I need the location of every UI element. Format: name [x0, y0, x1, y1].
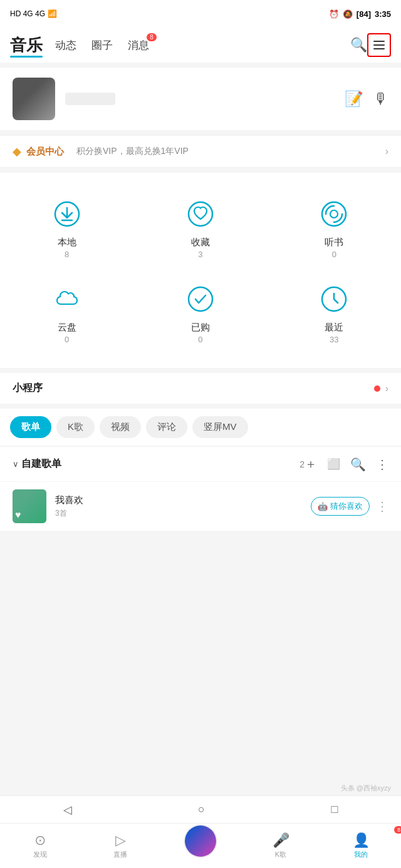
mine-icon: 👤: [353, 832, 370, 849]
nav-item-dongtai[interactable]: 动态: [55, 38, 76, 53]
karaoke-nav-icon: 🎤: [273, 832, 289, 849]
playlist-song-count: 3首: [55, 508, 311, 519]
playlist-name: 我喜欢: [55, 494, 311, 506]
recommend-icon: 🤖: [318, 502, 328, 511]
audiobook-icon: [316, 197, 352, 232]
system-nav-bar: ◁ ○ □: [0, 795, 401, 823]
recommend-button[interactable]: 🤖 猜你喜欢: [311, 497, 370, 516]
profile-name-area: [65, 93, 345, 105]
grid-row-1: 本地 8 收藏 3 听书 0: [0, 185, 401, 270]
playlist-thumbnail[interactable]: ♥: [13, 489, 46, 523]
playlist-item-more-icon[interactable]: ⋮: [376, 499, 388, 514]
cloud-label: 云盘: [58, 322, 76, 334]
home-button[interactable]: ○: [198, 803, 205, 816]
voice-icon[interactable]: 🎙: [373, 90, 388, 108]
svg-point-2: [189, 202, 212, 226]
grid-row-2: 云盘 0 已购 0 最近 33: [0, 270, 401, 355]
mine-label: 我的: [354, 850, 368, 859]
grid-item-audiobook[interactable]: 听书 0: [268, 191, 400, 264]
profile-actions: 📝 🎙: [345, 90, 388, 108]
status-network: HD 4G 4G 📶: [10, 9, 57, 18]
svg-point-5: [189, 287, 212, 311]
mini-programs-title: 小程序: [13, 382, 374, 395]
alarm-icon: ⏰: [329, 9, 339, 19]
profile-name: [65, 93, 115, 105]
bottom-nav-mine[interactable]: 👤 我的 8: [321, 829, 401, 863]
search-playlist-icon[interactable]: 🔍: [350, 457, 366, 472]
recent-label: 最近: [325, 322, 343, 334]
mini-programs-section[interactable]: 小程序 ›: [0, 373, 401, 404]
grid-item-recent[interactable]: 最近 33: [268, 277, 400, 349]
back-button[interactable]: ◁: [63, 803, 72, 817]
message-badge: 8: [147, 33, 157, 41]
cloud-count: 0: [65, 335, 69, 344]
tab-karaoke[interactable]: K歌: [56, 416, 95, 438]
more-playlist-icon[interactable]: ⋮: [376, 457, 388, 472]
notification-icon: 🔕: [343, 9, 353, 19]
grid-item-purchased[interactable]: 已购 0: [134, 277, 266, 349]
recent-count: 33: [330, 335, 338, 344]
hamburger-icon: [373, 41, 385, 49]
list-item: ♥ 我喜欢 3首 🤖 猜你喜欢 ⋮: [0, 482, 401, 531]
bottom-nav-discover[interactable]: ⊙ 发现: [0, 829, 80, 863]
live-label: 直播: [113, 850, 127, 859]
vip-diamond-icon: ◆: [13, 145, 21, 158]
status-right: ⏰ 🔕 [84] 3:35: [329, 9, 391, 19]
purchased-label: 已购: [191, 322, 210, 334]
discover-label: 发现: [33, 850, 47, 859]
sort-playlist-icon[interactable]: ⬜: [327, 457, 340, 471]
local-count: 8: [65, 250, 69, 259]
tab-vertical-mv[interactable]: 竖屏MV: [192, 416, 248, 438]
vip-banner[interactable]: ◆ 会员中心 积分换VIP，最高兑换1年VIP ›: [0, 135, 401, 168]
favorites-label: 收藏: [191, 237, 210, 248]
tab-video[interactable]: 视频: [100, 416, 141, 438]
nav-item-xiaoxi[interactable]: 消息 8: [128, 38, 149, 53]
grid-item-local[interactable]: 本地 8: [1, 191, 133, 264]
bottom-nav: ⊙ 发现 ▷ 直播 🎤 K歌 👤 我的 8: [0, 823, 401, 868]
tab-comment[interactable]: 评论: [146, 416, 187, 438]
local-label: 本地: [58, 237, 76, 248]
search-icon[interactable]: 🔍: [350, 37, 367, 53]
audiobook-label: 听书: [325, 237, 343, 248]
bottom-nav-karaoke[interactable]: 🎤 K歌: [241, 829, 321, 863]
heart-icon: ♥: [15, 509, 21, 521]
vip-label: 会员中心: [26, 146, 64, 158]
menu-button[interactable]: [367, 33, 391, 57]
recents-button[interactable]: □: [331, 803, 338, 816]
tabs-section: 歌单 K歌 视频 评论 竖屏MV: [0, 409, 401, 446]
app-title: 音乐: [10, 34, 43, 56]
center-player-button[interactable]: [184, 824, 217, 858]
live-icon: ▷: [115, 832, 126, 849]
signal-icon: 📶: [48, 9, 57, 18]
mini-programs-arrow-icon: ›: [385, 383, 388, 394]
add-playlist-icon[interactable]: ＋: [305, 456, 317, 472]
vip-arrow-icon: ›: [385, 146, 388, 157]
discover-icon: ⊙: [34, 832, 46, 849]
karaoke-nav-label: K歌: [275, 850, 286, 859]
bottom-nav-center-player[interactable]: [160, 820, 241, 862]
bottom-nav-live[interactable]: ▷ 直播: [80, 829, 160, 863]
watermark: 头条 @西袖xyzy: [341, 784, 391, 793]
playlist-header-actions: ＋ ⬜ 🔍 ⋮: [305, 456, 388, 472]
top-nav: 音乐 动态 圈子 消息 8 🔍: [0, 28, 401, 63]
vip-desc: 积分换VIP，最高兑换1年VIP: [76, 146, 385, 157]
purchased-icon: [183, 282, 218, 317]
local-icon: [49, 197, 85, 232]
mine-badge: 8: [394, 826, 401, 834]
playlist-section: ∨ 自建歌单 2 ＋ ⬜ 🔍 ⋮ ♥ 我喜欢 3首 🤖 猜你喜欢 ⋮: [0, 447, 401, 531]
grid-section: 本地 8 收藏 3 听书 0: [0, 173, 401, 368]
edit-profile-icon[interactable]: 📝: [345, 90, 363, 108]
battery-label: [84]: [357, 9, 371, 19]
grid-item-cloud[interactable]: 云盘 0: [1, 277, 133, 349]
playlist-count: 2: [299, 459, 305, 469]
avatar[interactable]: [13, 78, 55, 120]
grid-item-favorites[interactable]: 收藏 3: [134, 191, 266, 264]
recent-icon: [316, 282, 352, 317]
tab-playlist[interactable]: 歌单: [10, 416, 51, 438]
audiobook-count: 0: [332, 250, 336, 259]
time-label: 3:35: [375, 9, 391, 19]
profile-section: 📝 🎙: [0, 68, 401, 130]
nav-item-quanzi[interactable]: 圈子: [91, 38, 113, 53]
playlist-info: 我喜欢 3首: [55, 494, 311, 519]
status-bar: HD 4G 4G 📶 ⏰ 🔕 [84] 3:35: [0, 0, 401, 28]
